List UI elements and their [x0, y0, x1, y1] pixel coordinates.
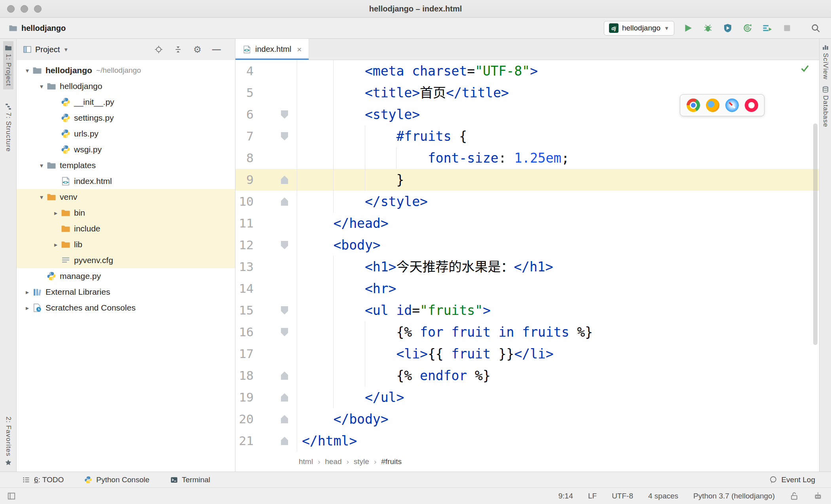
- toolwindow-button-favorites[interactable]: 2: Favorites: [3, 413, 13, 469]
- fold-marker-up-icon[interactable]: [281, 393, 288, 402]
- line-number[interactable]: 9: [235, 169, 256, 191]
- toolwindow-toggle-icon[interactable]: [7, 492, 17, 500]
- line-number[interactable]: 20: [235, 408, 256, 430]
- inspection-ok-icon[interactable]: [800, 63, 810, 73]
- locate-file-icon[interactable]: [154, 45, 163, 54]
- tree-item-templates[interactable]: ▾templates: [17, 157, 235, 173]
- tree-item-scratches-and-consoles[interactable]: ▸Scratches and Consoles: [17, 300, 235, 316]
- gear-icon[interactable]: ⚙: [193, 45, 201, 54]
- status-caret-position[interactable]: 9:14: [558, 492, 573, 500]
- breadcrumb-html[interactable]: html: [299, 457, 313, 466]
- tree-item-external-libraries[interactable]: ▸External Libraries: [17, 284, 235, 300]
- chevron-down-icon[interactable]: ▾: [22, 67, 32, 74]
- tree-item-bin[interactable]: ▸bin: [17, 205, 235, 221]
- collapse-all-icon[interactable]: [174, 45, 182, 54]
- tree-item-manage-py[interactable]: manage.py: [17, 268, 235, 284]
- line-number[interactable]: 10: [235, 191, 256, 212]
- status-indent-style[interactable]: 4 spaces: [648, 492, 678, 500]
- line-number[interactable]: 18: [235, 365, 256, 387]
- code-line-11[interactable]: 11 </head>: [235, 212, 819, 234]
- code-line-7[interactable]: 7 #fruits {: [235, 125, 819, 147]
- tree-item-urls-py[interactable]: urls.py: [17, 126, 235, 142]
- line-number[interactable]: 4: [235, 60, 256, 82]
- status-line-separator[interactable]: LF: [588, 492, 597, 500]
- fold-marker-down-icon[interactable]: [281, 241, 288, 249]
- code-line-21[interactable]: 21</html>: [235, 430, 819, 452]
- ide-errors-icon[interactable]: [814, 492, 822, 500]
- chevron-right-icon[interactable]: ▸: [51, 209, 61, 217]
- tree-item-hellodjango[interactable]: ▾hellodjango: [17, 78, 235, 94]
- code-line-15[interactable]: 15 <ul id="fruits">: [235, 299, 819, 321]
- tree-item-index-html[interactable]: <>index.html: [17, 173, 235, 189]
- tree-item-hellodjango[interactable]: ▾hellodjango~/hellodjango: [17, 63, 235, 78]
- breadcrumb-head[interactable]: head: [325, 457, 342, 466]
- line-number[interactable]: 6: [235, 104, 256, 125]
- line-number[interactable]: 7: [235, 125, 256, 147]
- hide-panel-icon[interactable]: —: [212, 44, 221, 55]
- toolwindow-button-6-todo[interactable]: 6: TODO: [22, 476, 64, 484]
- line-number[interactable]: 17: [235, 343, 256, 365]
- line-number[interactable]: 16: [235, 321, 256, 343]
- code-line-4[interactable]: 4 <meta charset="UTF-8">: [235, 60, 819, 82]
- close-tab-icon[interactable]: ×: [297, 45, 302, 54]
- tree-item-lib[interactable]: ▸lib: [17, 237, 235, 252]
- tree-item-init-py[interactable]: __init__.py: [17, 94, 235, 110]
- tree-item-wsgi-py[interactable]: wsgi.py: [17, 142, 235, 157]
- toolwindow-button-database[interactable]: Database: [820, 83, 831, 131]
- status-python-interpreter[interactable]: Python 3.7 (hellodjango): [693, 492, 775, 500]
- toolwindow-button-event-log[interactable]: Event Log: [769, 476, 815, 484]
- fold-marker-up-icon[interactable]: [281, 371, 288, 380]
- fold-marker-down-icon[interactable]: [281, 110, 288, 119]
- chevron-down-icon[interactable]: ▾: [36, 162, 47, 169]
- chevron-right-icon[interactable]: ▸: [51, 241, 61, 248]
- profiler-button[interactable]: [742, 22, 753, 34]
- concurrency-diagram-button[interactable]: [761, 22, 773, 34]
- editor-scrollbar[interactable]: [813, 123, 818, 345]
- code-line-14[interactable]: 14 <hr>: [235, 278, 819, 299]
- tree-item-settings-py[interactable]: settings.py: [17, 110, 235, 126]
- toolwindow-button-python-console[interactable]: Python Console: [84, 476, 149, 484]
- status-file-encoding[interactable]: UTF-8: [612, 492, 633, 500]
- code-line-12[interactable]: 12 <body>: [235, 234, 819, 256]
- fold-marker-up-icon[interactable]: [281, 415, 288, 423]
- chevron-down-icon[interactable]: ▾: [36, 193, 47, 201]
- project-breadcrumb[interactable]: hellodjango: [9, 24, 66, 33]
- line-number[interactable]: 13: [235, 256, 256, 278]
- fold-marker-up-icon[interactable]: [281, 176, 288, 184]
- code-line-10[interactable]: 10 </style>: [235, 191, 819, 212]
- line-number[interactable]: 12: [235, 234, 256, 256]
- line-number[interactable]: 11: [235, 212, 256, 234]
- code-line-8[interactable]: 8 font-size: 1.25em;: [235, 147, 819, 169]
- line-number[interactable]: 14: [235, 278, 256, 299]
- debug-button[interactable]: [702, 22, 714, 34]
- safari-browser-icon[interactable]: [725, 99, 739, 112]
- chrome-browser-icon[interactable]: [687, 99, 700, 112]
- code-line-19[interactable]: 19 </ul>: [235, 387, 819, 408]
- fold-marker-up-icon[interactable]: [281, 197, 288, 206]
- toolwindow-button-sciview[interactable]: SciView: [820, 40, 831, 83]
- code-line-18[interactable]: 18 {% endfor %}: [235, 365, 819, 387]
- breadcrumb-style[interactable]: style: [354, 457, 369, 466]
- fold-marker-up-icon[interactable]: [281, 437, 288, 445]
- run-button[interactable]: [682, 22, 694, 34]
- code-line-20[interactable]: 20 </body>: [235, 408, 819, 430]
- chevron-right-icon[interactable]: ▸: [22, 304, 32, 312]
- chevron-right-icon[interactable]: ▸: [22, 288, 32, 296]
- run-configuration-selector[interactable]: dj hellodjango ▼: [604, 21, 674, 36]
- code-line-13[interactable]: 13 <h1>今天推荐的水果是：</h1>: [235, 256, 819, 278]
- search-everywhere-icon[interactable]: [810, 22, 822, 34]
- line-number[interactable]: 19: [235, 387, 256, 408]
- opera-browser-icon[interactable]: [745, 99, 758, 112]
- tab-index-html[interactable]: <> index.html ×: [235, 39, 309, 60]
- fold-marker-down-icon[interactable]: [281, 132, 288, 140]
- toolwindow-button-terminal[interactable]: Terminal: [170, 476, 211, 484]
- breadcrumb-fruits[interactable]: #fruits: [381, 457, 402, 466]
- editor-body[interactable]: 4 <meta charset="UTF-8">5 <title>首页</tit…: [235, 60, 819, 452]
- line-number[interactable]: 15: [235, 299, 256, 321]
- tree-item-include[interactable]: include: [17, 221, 235, 237]
- run-with-coverage-button[interactable]: [722, 22, 734, 34]
- code-line-16[interactable]: 16 {% for fruit in fruits %}: [235, 321, 819, 343]
- toolwindow-button-project[interactable]: 1: Project: [3, 41, 13, 89]
- line-number[interactable]: 8: [235, 147, 256, 169]
- fold-marker-down-icon[interactable]: [281, 306, 288, 315]
